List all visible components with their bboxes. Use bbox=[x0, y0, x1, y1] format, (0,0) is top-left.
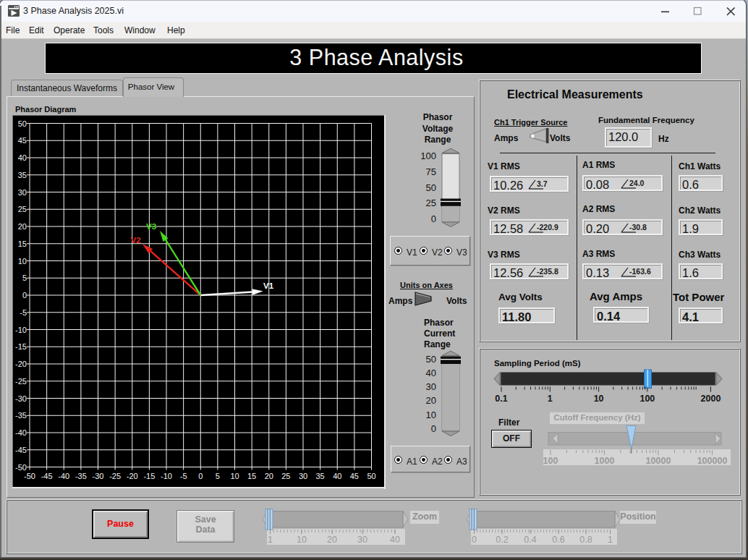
svg-text:40: 40 bbox=[426, 368, 436, 378]
svg-text:0.2: 0.2 bbox=[496, 535, 508, 545]
svg-text:1: 1 bbox=[268, 535, 273, 545]
svg-text:35: 35 bbox=[18, 171, 27, 179]
svg-text:V3: V3 bbox=[146, 222, 156, 231]
svg-text:-5: -5 bbox=[20, 308, 27, 317]
svg-text:0.6: 0.6 bbox=[552, 535, 564, 545]
svg-text:0.1: 0.1 bbox=[495, 394, 507, 403]
svg-text:-20: -20 bbox=[127, 472, 138, 480]
svg-text:-220.9: -220.9 bbox=[537, 223, 558, 232]
svg-text:-15: -15 bbox=[143, 472, 155, 480]
svg-text:10: 10 bbox=[297, 535, 307, 545]
svg-text:75: 75 bbox=[426, 166, 436, 177]
svg-text:20: 20 bbox=[265, 472, 273, 480]
svg-text:-30: -30 bbox=[15, 394, 27, 403]
svg-text:-30: -30 bbox=[93, 472, 104, 480]
svg-text:50: 50 bbox=[426, 182, 436, 193]
svg-text:0: 0 bbox=[431, 213, 436, 224]
svg-text:25: 25 bbox=[426, 198, 436, 208]
svg-text:-163.6: -163.6 bbox=[629, 267, 651, 276]
svg-text:100000: 100000 bbox=[697, 456, 728, 466]
svg-text:100: 100 bbox=[639, 394, 655, 403]
svg-text:1: 1 bbox=[548, 394, 553, 403]
svg-text:100: 100 bbox=[543, 456, 558, 466]
svg-text:30: 30 bbox=[426, 381, 436, 392]
svg-text:3.7: 3.7 bbox=[537, 179, 548, 188]
svg-text:V2: V2 bbox=[131, 236, 141, 245]
svg-text:-45: -45 bbox=[15, 446, 27, 454]
svg-text:10: 10 bbox=[230, 472, 239, 480]
svg-text:2000: 2000 bbox=[701, 394, 721, 403]
svg-text:0: 0 bbox=[431, 423, 436, 434]
svg-text:40: 40 bbox=[390, 535, 400, 545]
svg-text:-50: -50 bbox=[15, 463, 27, 472]
svg-text:20: 20 bbox=[426, 395, 436, 406]
svg-text:50: 50 bbox=[18, 119, 27, 128]
svg-text:-15: -15 bbox=[15, 342, 27, 351]
svg-text:-25: -25 bbox=[15, 377, 27, 386]
svg-text:1: 1 bbox=[608, 535, 613, 545]
svg-text:40: 40 bbox=[18, 153, 27, 162]
svg-text:25: 25 bbox=[281, 472, 290, 480]
svg-text:100: 100 bbox=[420, 150, 436, 161]
svg-text:-10: -10 bbox=[15, 326, 27, 334]
svg-text:-35: -35 bbox=[15, 411, 27, 420]
svg-text:-45: -45 bbox=[41, 472, 53, 480]
svg-text:20: 20 bbox=[18, 222, 27, 231]
svg-text:-30.8: -30.8 bbox=[629, 223, 647, 232]
svg-text:0: 0 bbox=[198, 472, 203, 480]
svg-text:40: 40 bbox=[333, 472, 341, 480]
svg-text:30: 30 bbox=[18, 188, 27, 197]
svg-text:10: 10 bbox=[594, 394, 604, 403]
svg-text:10: 10 bbox=[426, 410, 436, 420]
svg-text:0.8: 0.8 bbox=[579, 535, 592, 545]
svg-text:45: 45 bbox=[18, 136, 27, 145]
svg-text:50: 50 bbox=[367, 472, 375, 480]
svg-text:0: 0 bbox=[472, 535, 477, 545]
svg-text:-40: -40 bbox=[58, 472, 69, 480]
svg-text:10000: 10000 bbox=[646, 456, 671, 466]
svg-text:-10: -10 bbox=[161, 472, 172, 480]
svg-text:24.0: 24.0 bbox=[629, 179, 645, 187]
svg-text:5: 5 bbox=[22, 273, 27, 282]
svg-text:10: 10 bbox=[18, 257, 27, 266]
svg-text:5: 5 bbox=[216, 472, 220, 480]
svg-text:45: 45 bbox=[350, 472, 359, 480]
svg-text:-35: -35 bbox=[75, 472, 87, 480]
svg-text:30: 30 bbox=[357, 535, 367, 545]
svg-text:20: 20 bbox=[327, 535, 337, 545]
svg-text:V1: V1 bbox=[263, 281, 274, 290]
svg-text:35: 35 bbox=[316, 472, 325, 480]
svg-text:-25: -25 bbox=[109, 472, 121, 480]
svg-text:-40: -40 bbox=[15, 428, 27, 437]
svg-text:30: 30 bbox=[299, 472, 307, 480]
svg-text:-5: -5 bbox=[180, 472, 187, 480]
svg-text:-50: -50 bbox=[24, 472, 35, 480]
svg-text:0.4: 0.4 bbox=[524, 535, 536, 545]
svg-text:15: 15 bbox=[18, 239, 27, 248]
svg-text:-20: -20 bbox=[15, 360, 27, 368]
svg-text:25: 25 bbox=[18, 205, 27, 213]
svg-text:1000: 1000 bbox=[595, 456, 615, 466]
svg-text:50: 50 bbox=[426, 354, 436, 365]
svg-text:0: 0 bbox=[22, 291, 27, 300]
svg-text:15: 15 bbox=[247, 472, 256, 480]
svg-text:-235.8: -235.8 bbox=[537, 267, 558, 276]
